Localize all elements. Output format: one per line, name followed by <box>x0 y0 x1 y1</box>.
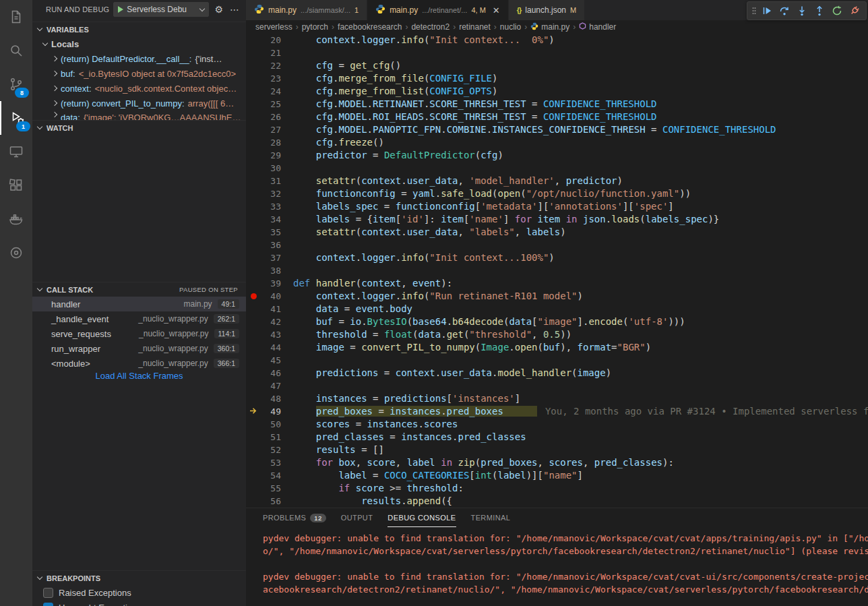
line-number[interactable]: 26 <box>261 111 281 123</box>
extensions-icon[interactable] <box>0 169 32 202</box>
line-number[interactable]: 23 <box>261 72 281 85</box>
line-number[interactable]: 21 <box>261 47 281 59</box>
code-line[interactable]: 48 instances = predictions['instances'] <box>246 392 868 405</box>
breakpoint-margin[interactable] <box>246 290 261 303</box>
stack-frame[interactable]: _handle_event_nuclio_wrapper.py262:1 <box>32 311 246 326</box>
panel-tab-output[interactable]: OUTPUT <box>341 509 373 526</box>
code-line[interactable]: 39def handler(context, event): <box>246 277 868 290</box>
code-line[interactable]: 23 cfg.merge_from_file(CONFIG_FILE) <box>246 72 868 85</box>
breakpoint-margin[interactable] <box>246 315 261 328</box>
explorer-icon[interactable] <box>0 0 32 34</box>
line-number[interactable]: 41 <box>261 303 281 315</box>
code-line[interactable]: 28 cfg.freeze() <box>246 136 868 149</box>
breakpoint-margin[interactable] <box>246 456 261 469</box>
breakpoint-margin[interactable] <box>246 444 261 456</box>
line-number[interactable]: 32 <box>261 187 281 200</box>
breakpoint-margin[interactable] <box>246 162 261 175</box>
breadcrumb-item[interactable]: pytorch <box>302 22 328 32</box>
line-number[interactable]: 37 <box>261 251 281 264</box>
code-line[interactable]: 30 <box>246 162 868 175</box>
breakpoint-margin[interactable] <box>246 303 261 315</box>
step-into-button[interactable] <box>793 3 811 19</box>
more-actions-icon[interactable]: ⋯ <box>228 4 241 15</box>
drag-handle-icon[interactable] <box>751 5 757 16</box>
line-number[interactable]: 30 <box>261 162 281 175</box>
line-number[interactable]: 22 <box>261 59 281 72</box>
breakpoint-margin[interactable] <box>246 85 261 98</box>
breakpoint-margin[interactable] <box>246 341 261 354</box>
breakpoint-margin[interactable] <box>246 431 261 444</box>
breadcrumb-item[interactable]: serverless <box>255 22 292 32</box>
code-line[interactable]: 37 context.logger.info("Init context...1… <box>246 251 868 264</box>
code-line[interactable]: 36 <box>246 239 868 251</box>
breakpoint-margin[interactable] <box>246 405 261 418</box>
panel-tab-debug-console[interactable]: DEBUG CONSOLE <box>388 509 456 527</box>
variable-row[interactable]: buf:<_io.BytesIO object at 0x7f5a2dc1ecc… <box>32 66 246 81</box>
code-line[interactable]: 21 <box>246 47 868 59</box>
editor-tab[interactable]: main.py.../retinanet/...4, M✕ <box>367 0 509 20</box>
watch-section-header[interactable]: WATCH <box>32 120 246 135</box>
breakpoint-margin[interactable] <box>246 34 261 47</box>
breakpoint-margin[interactable] <box>246 418 261 431</box>
code-line[interactable]: 40 context.logger.info("Run retinanet-R1… <box>246 290 868 303</box>
checkbox[interactable] <box>43 588 53 598</box>
breakpoint-margin[interactable] <box>246 136 261 149</box>
breakpoint-margin[interactable] <box>246 187 261 200</box>
code-line[interactable]: 20 context.logger.info("Init context... … <box>246 34 868 47</box>
stack-frame[interactable]: handlermain.py49:1 <box>32 297 246 311</box>
line-number[interactable]: 42 <box>261 315 281 328</box>
line-number[interactable]: 46 <box>261 367 281 380</box>
code-line[interactable]: 27 cfg.MODEL.PANOPTIC_FPN.COMBINE.INSTAN… <box>246 123 868 136</box>
breakpoint-margin[interactable] <box>246 392 261 405</box>
code-line[interactable]: 53 for box, score, label in zip(pred_box… <box>246 456 868 469</box>
line-number[interactable]: 28 <box>261 136 281 149</box>
variables-section-header[interactable]: VARIABLES <box>32 22 246 36</box>
line-number[interactable]: 27 <box>261 123 281 136</box>
close-icon[interactable]: ✕ <box>493 5 500 16</box>
breakpoints-section-header[interactable]: BREAKPOINTS <box>32 570 246 585</box>
load-all-stack-frames-link[interactable]: Load All Stack Frames <box>32 371 246 384</box>
breakpoint-margin[interactable] <box>246 482 261 495</box>
line-number[interactable]: 50 <box>261 418 281 431</box>
code-line[interactable]: 54 label = COCO_CATEGORIES[int(label)]["… <box>246 469 868 482</box>
line-number[interactable]: 40 <box>261 290 281 303</box>
panel-tab-terminal[interactable]: TERMINAL <box>471 509 511 526</box>
code-editor[interactable]: 20 context.logger.info("Init context... … <box>246 34 868 508</box>
variable-row[interactable]: (return) convert_PIL_to_numpy:array([[[ … <box>32 96 246 111</box>
line-number[interactable]: 45 <box>261 354 281 367</box>
line-number[interactable]: 31 <box>261 175 281 187</box>
breakpoint-margin[interactable] <box>246 328 261 341</box>
breakpoint-row[interactable]: Raised Exceptions <box>32 585 246 600</box>
breakpoint-margin[interactable] <box>246 354 261 367</box>
code-line[interactable]: 52 results = [] <box>246 444 868 456</box>
breakpoint-margin[interactable] <box>246 200 261 213</box>
breakpoint-margin[interactable] <box>246 251 261 264</box>
breakpoint-margin[interactable] <box>246 469 261 482</box>
line-number[interactable]: 38 <box>261 264 281 277</box>
line-number[interactable]: 20 <box>261 34 281 47</box>
breakpoint-margin[interactable] <box>246 59 261 72</box>
gear-icon[interactable]: ⚙ <box>213 4 224 15</box>
variable-row[interactable]: data:{'image': 'iVBORw0KG…AAAANSUhE… <box>32 111 246 120</box>
run-and-debug-icon[interactable]: 1 <box>0 101 34 135</box>
restart-button[interactable] <box>828 3 846 19</box>
code-line[interactable]: 26 cfg.MODEL.ROI_HEADS.SCORE_THRESH_TEST… <box>246 111 868 123</box>
code-line[interactable]: 55 if score >= threshold: <box>246 482 868 495</box>
breakpoint-margin[interactable] <box>246 175 261 187</box>
scope-row-locals[interactable]: Locals <box>32 36 246 51</box>
code-line[interactable]: 47 <box>246 380 868 392</box>
line-number[interactable]: 49 <box>261 405 281 418</box>
line-number[interactable]: 29 <box>261 149 281 162</box>
breakpoint-margin[interactable] <box>246 226 261 239</box>
code-line[interactable]: 31 setattr(context.user_data, 'model_han… <box>246 175 868 187</box>
breakpoint-margin[interactable] <box>246 495 261 508</box>
debug-console-output[interactable]: pydev debugger: unable to find translati… <box>246 527 868 596</box>
debug-config-dropdown[interactable]: Serverless Debu <box>113 2 209 17</box>
code-line[interactable]: 32 functionconfig = yaml.safe_load(open(… <box>246 187 868 200</box>
line-number[interactable]: 36 <box>261 239 281 251</box>
breadcrumb-item[interactable]: facebookresearch <box>338 22 402 32</box>
line-number[interactable]: 24 <box>261 85 281 98</box>
breadcrumb-item[interactable]: detectron2 <box>411 22 450 32</box>
line-number[interactable]: 34 <box>261 213 281 226</box>
breakpoint-margin[interactable] <box>246 47 261 59</box>
